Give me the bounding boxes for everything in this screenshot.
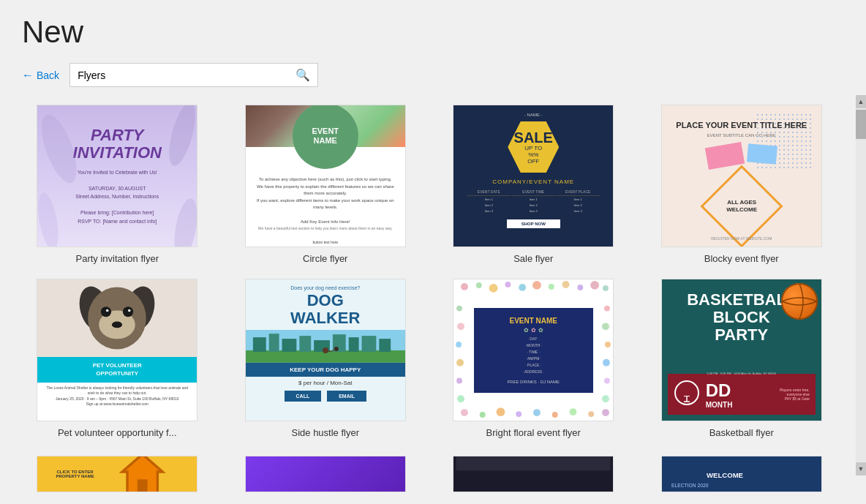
svg-point-51 bbox=[456, 359, 464, 366]
search-input-wrap: 🔍 bbox=[69, 63, 318, 87]
template-item[interactable]: BASKETBALLBLOCKPARTY DD bbox=[647, 279, 837, 438]
template-label: Blocky event flyer bbox=[704, 253, 779, 264]
svg-point-56 bbox=[605, 342, 611, 347]
svg-point-30 bbox=[489, 284, 498, 293]
svg-point-33 bbox=[532, 281, 541, 290]
svg-point-34 bbox=[549, 284, 554, 290]
svg-point-53 bbox=[457, 395, 464, 402]
template-thumb-blocky: PLACE YOUR EVENT TITLE HERE EVENT SUBTIT… bbox=[661, 105, 822, 247]
svg-text:ELECTION 2020: ELECTION 2020 bbox=[671, 483, 709, 488]
svg-point-31 bbox=[505, 282, 511, 287]
template-thumb-floral: EVENT NAME ✿ ✿ ✿ · DAY · · MONTH · · TIM… bbox=[453, 279, 614, 421]
svg-point-49 bbox=[457, 323, 464, 330]
svg-point-47 bbox=[602, 409, 609, 416]
svg-point-55 bbox=[602, 323, 609, 330]
template-label: Side hustle flyer bbox=[292, 427, 360, 438]
template-item[interactable] bbox=[438, 456, 629, 498]
svg-rect-68 bbox=[456, 456, 611, 470]
templates-grid: PARTYINVITATION You're Invited to Celebr… bbox=[22, 105, 837, 498]
template-label: Sale flyer bbox=[513, 253, 553, 264]
svg-point-40 bbox=[480, 412, 486, 418]
scrollbar-down-button[interactable]: ▼ bbox=[856, 462, 866, 475]
template-thumb-purple bbox=[245, 456, 406, 492]
template-thumb-dogwalker: Does your dog need exercise? DOGWALKER bbox=[245, 279, 406, 421]
scrollbar-track: ▲ ▼ bbox=[856, 95, 866, 475]
template-thumb-election: WELCOME ELECTION 2020 bbox=[661, 456, 822, 492]
scrollbar-thumb[interactable] bbox=[856, 110, 866, 139]
svg-point-50 bbox=[456, 342, 462, 347]
svg-point-12 bbox=[112, 321, 122, 328]
svg-point-3 bbox=[170, 197, 197, 247]
svg-point-8 bbox=[101, 306, 111, 317]
svg-point-39 bbox=[461, 409, 468, 416]
svg-point-58 bbox=[604, 378, 610, 384]
template-thumb-basketball: BASKETBALLBLOCKPARTY DD bbox=[661, 279, 822, 421]
template-item[interactable]: EVENT NAME ✿ ✿ ✿ · DAY · · MONTH · · TIM… bbox=[438, 279, 629, 438]
template-item[interactable]: WELCOME ELECTION 2020 bbox=[647, 456, 837, 498]
page-container: New ← Back 🔍 bbox=[0, 0, 866, 504]
template-thumb-sale: - NAME - SALE UP TO%%OFF COMPANY/EVENT N… bbox=[453, 105, 614, 247]
svg-point-59 bbox=[602, 395, 609, 402]
svg-rect-23 bbox=[379, 339, 391, 352]
template-label: Bright floral event flyer bbox=[486, 427, 581, 438]
svg-point-35 bbox=[562, 281, 570, 288]
template-item[interactable]: PARTYINVITATION You're Invited to Celebr… bbox=[22, 105, 213, 264]
svg-point-45 bbox=[570, 408, 577, 415]
template-label: Circle flyer bbox=[303, 253, 347, 264]
template-label: Party invitation flyer bbox=[76, 253, 159, 264]
svg-rect-15 bbox=[253, 337, 266, 352]
svg-rect-22 bbox=[361, 336, 376, 353]
scrollbar-up-button[interactable]: ▲ bbox=[856, 95, 866, 108]
svg-point-37 bbox=[590, 281, 599, 290]
svg-point-48 bbox=[456, 306, 462, 312]
svg-rect-62 bbox=[684, 396, 690, 396]
svg-rect-18 bbox=[299, 336, 311, 353]
search-input[interactable] bbox=[70, 64, 288, 86]
template-thumb-dark bbox=[453, 456, 614, 492]
svg-point-10 bbox=[106, 309, 109, 312]
svg-point-32 bbox=[519, 284, 526, 291]
back-button[interactable]: ← Back bbox=[22, 69, 59, 82]
template-label: Basketball flyer bbox=[709, 427, 774, 438]
svg-point-42 bbox=[516, 411, 522, 417]
template-item[interactable]: CLICK TO ENTER PROPERTY NAME bbox=[22, 456, 213, 498]
svg-point-36 bbox=[578, 285, 584, 290]
svg-point-54 bbox=[604, 306, 610, 312]
search-button[interactable]: 🔍 bbox=[288, 64, 317, 86]
svg-point-43 bbox=[533, 409, 541, 416]
svg-rect-16 bbox=[268, 334, 279, 353]
svg-point-46 bbox=[588, 411, 594, 417]
svg-rect-21 bbox=[348, 337, 358, 352]
svg-point-2 bbox=[37, 191, 62, 247]
svg-text:WELCOME: WELCOME bbox=[707, 471, 744, 479]
svg-point-38 bbox=[603, 285, 609, 291]
svg-rect-66 bbox=[138, 479, 148, 492]
back-arrow-icon: ← bbox=[22, 69, 34, 82]
svg-point-52 bbox=[456, 378, 462, 384]
template-thumb-pet: PET VOLUNTEEROPPORTUNITY The Loves Anima… bbox=[37, 279, 197, 421]
svg-rect-17 bbox=[282, 339, 296, 352]
template-thumb-party: PARTYINVITATION You're Invited to Celebr… bbox=[37, 105, 197, 247]
template-item[interactable]: PLACE YOUR EVENT TITLE HERE EVENT SUBTIT… bbox=[647, 105, 837, 264]
svg-point-11 bbox=[128, 309, 131, 312]
svg-point-44 bbox=[552, 412, 558, 418]
template-thumb-house: CLICK TO ENTER PROPERTY NAME bbox=[37, 456, 197, 492]
template-label: Pet volunteer opportunity f... bbox=[58, 427, 177, 438]
template-item[interactable] bbox=[230, 456, 421, 498]
svg-point-1 bbox=[164, 105, 197, 168]
search-bar: ← Back 🔍 bbox=[22, 63, 837, 87]
template-item[interactable]: PET VOLUNTEEROPPORTUNITY The Loves Anima… bbox=[22, 279, 213, 438]
svg-point-60 bbox=[782, 284, 817, 319]
svg-point-29 bbox=[476, 282, 482, 288]
template-item[interactable]: EVENTNAME To achieve any objective here … bbox=[230, 105, 421, 264]
back-label: Back bbox=[37, 69, 59, 81]
svg-point-0 bbox=[37, 110, 83, 187]
svg-point-41 bbox=[497, 407, 505, 416]
search-icon: 🔍 bbox=[295, 69, 310, 81]
template-thumb-circle: EVENTNAME To achieve any objective here … bbox=[245, 105, 406, 247]
page-title: New bbox=[22, 15, 837, 50]
template-item[interactable]: Does your dog need exercise? DOGWALKER bbox=[230, 279, 421, 438]
svg-point-9 bbox=[123, 306, 133, 317]
template-item[interactable]: - NAME - SALE UP TO%%OFF COMPANY/EVENT N… bbox=[438, 105, 629, 264]
svg-point-57 bbox=[603, 359, 610, 366]
